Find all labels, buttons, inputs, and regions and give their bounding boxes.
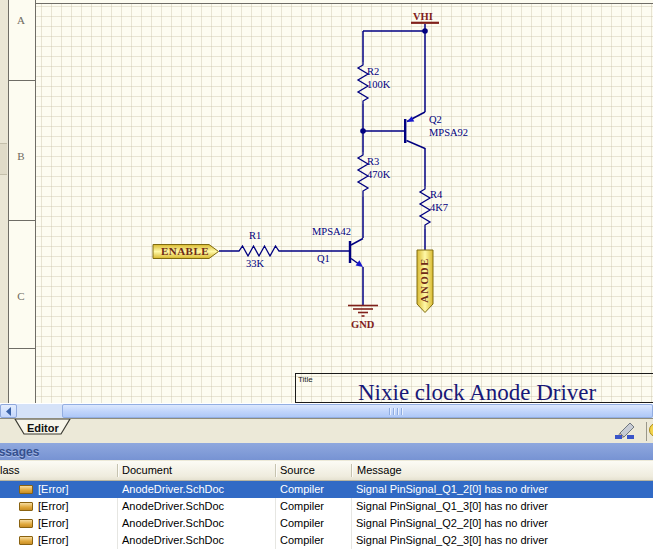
partial-bulb-icon[interactable] [649, 423, 653, 437]
q1-designator[interactable]: Q1 [317, 253, 330, 265]
row-message: Signal PinSignal_Q2_2[0] has no driver [356, 517, 548, 529]
resistor-r1[interactable] [236, 246, 290, 256]
sheet-zone-b: B [13, 150, 29, 162]
error-class-icon [19, 519, 33, 528]
messages-panel-title: Messages [0, 445, 39, 459]
r3-designator[interactable]: R3 [367, 156, 379, 168]
scroll-left-button[interactable] [0, 404, 17, 418]
messages-table-body: [Error] AnodeDriver.SchDoc Compiler Sign… [0, 481, 653, 557]
q2-emitter-arrow-icon [407, 116, 414, 122]
column-header-document[interactable]: Document [122, 464, 172, 476]
sheet-zone-a: A [13, 14, 29, 26]
row-document: AnodeDriver.SchDoc [122, 483, 224, 495]
message-row[interactable]: [Error] AnodeDriver.SchDoc Compiler Sign… [0, 515, 653, 532]
scrollbar-thumb[interactable] [62, 404, 653, 418]
r4-designator[interactable]: R4 [430, 189, 442, 201]
horizontal-scrollbar[interactable] [0, 404, 653, 418]
sheet-title: Nixie clock Anode Driver [358, 380, 596, 406]
resistor-r4[interactable] [420, 186, 430, 229]
error-class-icon [19, 485, 33, 494]
editor-tab-label[interactable]: Editor [27, 422, 59, 434]
document-tab-bar: Editor [0, 418, 653, 443]
schematic-graphics [0, 0, 653, 403]
port-enable-label[interactable]: ENABLE [153, 245, 217, 258]
messages-panel-caption: Messages [0, 443, 653, 460]
r2-value[interactable]: 100K [367, 79, 390, 91]
message-row-selected[interactable]: [Error] AnodeDriver.SchDoc Compiler Sign… [0, 481, 653, 498]
power-port-gnd[interactable] [348, 306, 378, 317]
column-header-source[interactable]: Source [280, 464, 315, 476]
title-block-label: Title [298, 375, 313, 384]
row-source: Compiler [280, 500, 324, 512]
row-source: Compiler [280, 534, 324, 546]
messages-table-header: Class Document Source Message [0, 461, 653, 481]
column-resize-handle[interactable] [275, 464, 277, 477]
error-class-icon [19, 502, 33, 511]
sheet-zone-c: C [13, 290, 29, 302]
column-header-class[interactable]: Class [0, 464, 20, 476]
thumb-grip [397, 408, 399, 415]
wire-junction [360, 128, 366, 134]
port-anode-label[interactable]: ANODE [419, 252, 431, 308]
power-label-vhi[interactable]: VHI [413, 11, 433, 23]
r2-designator[interactable]: R2 [367, 66, 379, 78]
sheet-border [8, 0, 653, 403]
transistor-q2[interactable] [405, 112, 425, 149]
r4-value[interactable]: 4K7 [430, 202, 448, 214]
thumb-grip [393, 408, 395, 415]
row-document: AnodeDriver.SchDoc [122, 534, 224, 546]
toolbar-separator [646, 422, 647, 441]
row-document: AnodeDriver.SchDoc [122, 517, 224, 529]
column-resize-handle[interactable] [117, 464, 119, 477]
row-class: [Error] [38, 483, 69, 495]
row-class: [Error] [38, 500, 69, 512]
power-label-gnd[interactable]: GND [351, 319, 374, 331]
scroll-left-arrow-icon [5, 407, 12, 416]
row-message: Signal PinSignal_Q1_3[0] has no driver [356, 500, 548, 512]
message-row[interactable]: [Error] AnodeDriver.SchDoc Compiler Sign… [0, 498, 653, 515]
q1-emitter-arrow-icon [356, 260, 363, 267]
column-resize-handle[interactable] [351, 464, 353, 477]
wire-junction [422, 28, 428, 34]
column-header-message[interactable]: Message [357, 464, 402, 476]
q2-designator[interactable]: Q2 [429, 114, 442, 126]
row-source: Compiler [280, 483, 324, 495]
row-source: Compiler [280, 517, 324, 529]
schematic-canvas[interactable]: A B C VHI R2 100K Q2 MPSA92 R3 470K R4 4… [0, 0, 653, 403]
r1-value[interactable]: 33K [246, 258, 264, 270]
r3-value[interactable]: 470K [367, 169, 390, 181]
pencil-edit-icon[interactable] [612, 420, 642, 440]
thumb-grip [401, 408, 403, 415]
row-class: [Error] [38, 534, 69, 546]
transistor-q1[interactable] [350, 239, 363, 268]
thumb-grip [389, 408, 391, 415]
message-row[interactable]: [Error] AnodeDriver.SchDoc Compiler Sign… [0, 532, 653, 549]
row-message: Signal PinSignal_Q2_3[0] has no driver [356, 534, 548, 546]
row-message: Signal PinSignal_Q1_2[0] has no driver [356, 483, 548, 495]
row-document: AnodeDriver.SchDoc [122, 500, 224, 512]
r1-designator[interactable]: R1 [249, 230, 261, 242]
error-class-icon [19, 536, 33, 545]
q1-value[interactable]: MPSA42 [312, 226, 351, 238]
q2-value[interactable]: MPSA92 [429, 127, 468, 139]
row-class: [Error] [38, 517, 69, 529]
